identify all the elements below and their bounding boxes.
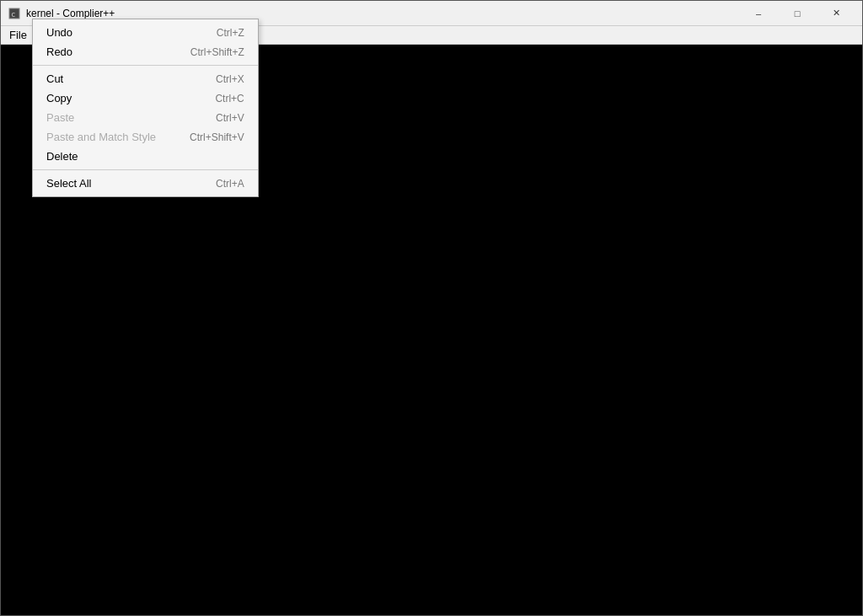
menu-item-paste-match-shortcut: Ctrl+Shift+V xyxy=(190,131,244,143)
menu-file[interactable]: File xyxy=(3,27,34,43)
menu-item-paste-label: Paste xyxy=(46,111,74,124)
menu-item-undo-label: Undo xyxy=(46,26,72,39)
menu-item-copy[interactable]: Copy Ctrl+C xyxy=(33,88,258,108)
menu-item-cut-shortcut: Ctrl+X xyxy=(216,73,244,85)
menu-divider-2 xyxy=(33,169,258,170)
menu-item-cut[interactable]: Cut Ctrl+X xyxy=(33,69,258,88)
menu-item-paste-match-label: Paste and Match Style xyxy=(46,131,156,143)
menu-item-redo-shortcut: Ctrl+Shift+Z xyxy=(190,46,244,58)
minimize-button[interactable]: – xyxy=(739,1,778,26)
maximize-button[interactable]: □ xyxy=(778,1,817,26)
menu-item-select-all[interactable]: Select All Ctrl+A xyxy=(33,174,258,193)
svg-text:c: c xyxy=(11,10,15,19)
menu-item-undo[interactable]: Undo Ctrl+Z xyxy=(33,23,258,42)
app-window: c kernel - Complier++ – □ ✕ File Edit Vi… xyxy=(0,0,863,616)
menu-item-copy-shortcut: Ctrl+C xyxy=(215,93,244,104)
menu-item-delete-label: Delete xyxy=(46,150,78,163)
menu-item-paste-match[interactable]: Paste and Match Style Ctrl+Shift+V xyxy=(33,127,258,147)
window-controls: – □ ✕ xyxy=(739,1,855,26)
menu-item-paste-shortcut: Ctrl+V xyxy=(216,112,244,124)
menu-item-cut-label: Cut xyxy=(46,72,63,85)
menu-item-redo-label: Redo xyxy=(46,46,72,58)
close-button[interactable]: ✕ xyxy=(817,1,855,26)
menu-item-redo[interactable]: Redo Ctrl+Shift+Z xyxy=(33,42,258,62)
menu-item-select-all-label: Select All xyxy=(46,177,91,190)
menu-item-delete[interactable]: Delete xyxy=(33,147,258,166)
app-icon: c xyxy=(8,7,21,20)
edit-dropdown-menu: Undo Ctrl+Z Redo Ctrl+Shift+Z Cut Ctrl+X… xyxy=(32,19,259,197)
menu-item-paste[interactable]: Paste Ctrl+V xyxy=(33,108,258,127)
menu-item-copy-label: Copy xyxy=(46,92,72,104)
menu-item-undo-shortcut: Ctrl+Z xyxy=(217,27,244,39)
menu-item-select-all-shortcut: Ctrl+A xyxy=(216,178,244,190)
window-title: kernel - Complier++ xyxy=(26,8,739,19)
menu-divider-1 xyxy=(33,65,258,66)
